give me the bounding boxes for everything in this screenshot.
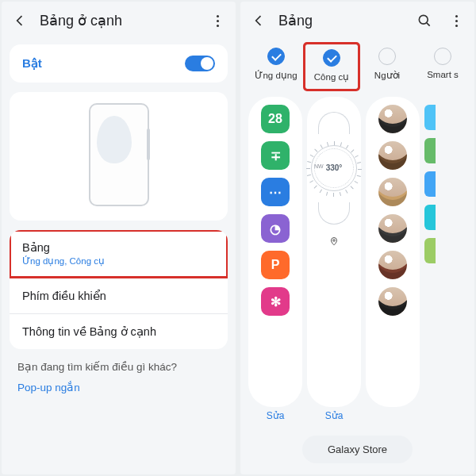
- panel-smart-select-peek[interactable]: [424, 97, 437, 407]
- galaxy-store-button[interactable]: Galaxy Store: [302, 436, 413, 463]
- bixby-icon[interactable]: ◔: [261, 214, 290, 243]
- header: Bảng: [240, 2, 474, 40]
- back-icon[interactable]: [8, 9, 32, 33]
- contact-avatar[interactable]: [378, 141, 407, 170]
- checkbox-icon[interactable]: [434, 48, 451, 65]
- tab-người[interactable]: Người: [359, 43, 415, 90]
- tab-công cụ[interactable]: Công cụ: [304, 43, 359, 90]
- row-panels-title: Bảng: [22, 241, 215, 254]
- row-handle[interactable]: Phím điều khiển: [10, 278, 228, 313]
- phone-illustration: [89, 103, 149, 206]
- edit-apps[interactable]: Sửa: [248, 410, 302, 421]
- row-panels[interactable]: Bảng Ứng dụng, Công cụ: [10, 230, 228, 278]
- master-toggle-card: Bật: [10, 44, 228, 83]
- row-panels-subtitle: Ứng dụng, Công cụ: [22, 255, 215, 267]
- panel-previews: 28∓⋯◔P✻ NW 330°: [240, 90, 474, 407]
- contact-avatar[interactable]: [378, 105, 407, 133]
- apps-icon[interactable]: ✻: [261, 287, 290, 316]
- checkbox-icon[interactable]: [267, 48, 285, 65]
- messages-icon[interactable]: ⋯: [261, 178, 290, 206]
- contact-avatar[interactable]: [378, 214, 407, 243]
- toggle-label: Bật: [22, 56, 185, 71]
- svg-point-1: [333, 239, 336, 241]
- contact-avatar[interactable]: [378, 251, 407, 279]
- compass-widget: NW 330°: [309, 105, 359, 255]
- panel-tabs: Ứng dụngCông cụNgườiSmart s: [240, 40, 474, 90]
- master-switch[interactable]: [185, 56, 215, 71]
- checkbox-icon[interactable]: [323, 49, 340, 67]
- row-about[interactable]: Thông tin về Bảng ở cạnh: [10, 313, 228, 349]
- suggestion-link[interactable]: Pop-up ngắn: [2, 378, 236, 405]
- page-title: Bảng: [278, 12, 405, 29]
- header: Bảng ở cạnh: [2, 2, 236, 40]
- tab-label: Công cụ: [314, 71, 349, 83]
- settings-list: Bảng Ứng dụng, Công cụ Phím điều khiển T…: [10, 230, 228, 349]
- tab-ứng dụng[interactable]: Ứng dụng: [248, 43, 304, 90]
- panels-picker-screen: Bảng Ứng dụngCông cụNgườiSmart s 28∓⋯◔P✻…: [240, 2, 474, 474]
- svg-point-0: [419, 15, 428, 24]
- checkbox-icon[interactable]: [378, 48, 396, 65]
- panel-apps[interactable]: 28∓⋯◔P✻: [248, 97, 302, 407]
- illustration-card: [10, 92, 228, 221]
- edit-tools[interactable]: Sửa: [307, 410, 361, 421]
- more-icon[interactable]: [444, 9, 468, 33]
- suggestion-prompt: Bạn đang tìm kiếm điều gì khác?: [2, 355, 236, 378]
- back-icon[interactable]: [247, 9, 271, 33]
- edit-row: Sửa Sửa: [240, 407, 474, 428]
- compass-dial: NW 330°: [311, 145, 357, 191]
- location-pin-icon: [329, 236, 339, 249]
- tab-label: Ứng dụng: [255, 70, 297, 81]
- more-icon[interactable]: [205, 9, 229, 33]
- tab-smart s[interactable]: Smart s: [415, 43, 470, 90]
- contact-avatar[interactable]: [378, 287, 407, 316]
- calculator-icon[interactable]: ∓: [261, 141, 290, 170]
- notes-icon[interactable]: P: [261, 251, 290, 279]
- panel-tools[interactable]: NW 330°: [307, 97, 361, 407]
- tab-label: Smart s: [427, 70, 459, 79]
- contact-avatar[interactable]: [378, 178, 407, 206]
- calendar-icon[interactable]: 28: [261, 105, 290, 133]
- settings-edge-panel-screen: Bảng ở cạnh Bật Bảng Ứng dụng, Công cụ P…: [2, 2, 236, 474]
- page-title: Bảng ở cạnh: [40, 12, 198, 29]
- panel-people[interactable]: [366, 97, 420, 407]
- search-icon[interactable]: [413, 9, 436, 33]
- tab-label: Người: [374, 70, 400, 81]
